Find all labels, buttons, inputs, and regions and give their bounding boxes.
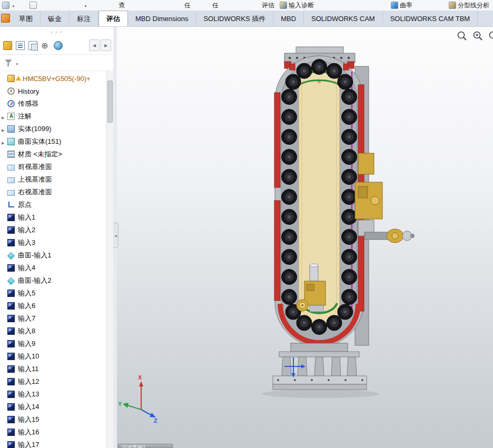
dropdown-caret[interactable]	[83, 1, 88, 10]
tab-solidworks-cam-tbm[interactable]: SOLIDWORKS CAM TBM	[383, 11, 478, 26]
ribbon-button-curvature[interactable]: 曲率	[391, 1, 412, 10]
ribbon-button-evaluate[interactable]: 评估	[262, 1, 274, 10]
ribbon-button-import-diagnostics[interactable]: 输入诊断	[280, 1, 314, 10]
tab-solidworks-cam[interactable]: SOLIDWORKS CAM	[304, 11, 383, 26]
triad-z-label: Z	[154, 417, 157, 424]
scrollbar-thumb[interactable]	[107, 81, 113, 123]
tree-item-imported12[interactable]: 输入12	[0, 375, 107, 388]
zoom-to-area-icon[interactable]	[472, 30, 484, 42]
imported-part-icon	[7, 353, 15, 360]
tree-item-imported16[interactable]: 输入16	[0, 426, 107, 439]
plane-icon	[7, 190, 15, 196]
tree-item-imported1[interactable]: 输入1	[0, 211, 107, 224]
expand-chevron-icon[interactable]	[2, 125, 7, 133]
command-manager-tabbar: 草图 钣金 标注 评估 MBD Dimensions SOLIDWORKS 插件…	[0, 11, 493, 27]
tab-sketch[interactable]: 草图	[12, 11, 41, 26]
tree-item-surface-bodies[interactable]: 曲面实体(151)	[0, 135, 107, 148]
3d-model-canvas[interactable]: X Y Z	[117, 27, 493, 448]
document-tool-icon[interactable]	[29, 1, 37, 10]
warning-icon	[16, 76, 21, 81]
tab-evaluate[interactable]: 评估	[98, 11, 128, 27]
imported-part-icon	[7, 290, 15, 297]
ribbon-button-2[interactable]: 任	[212, 1, 219, 10]
imported-part-icon	[7, 403, 15, 411]
propertymanager-tab-icon[interactable]	[16, 41, 25, 50]
tab-sheet-metal[interactable]: 钣金	[41, 11, 70, 26]
tree-item-imported3[interactable]: 输入3	[0, 236, 107, 249]
expand-chevron-icon[interactable]	[2, 113, 7, 121]
zoom-previous-icon[interactable]	[488, 30, 493, 42]
commandmanager-icon[interactable]	[1, 14, 10, 23]
tree-item-imported13[interactable]: 输入13	[0, 388, 107, 401]
tab-markup[interactable]: 标注	[70, 11, 98, 26]
ribbon-strip: 查 任 任 评估 输入诊断 曲率 分型线分析	[0, 0, 493, 11]
tree-item-imported7[interactable]: 输入7	[0, 312, 107, 325]
filter-dropdown-caret[interactable]	[15, 58, 19, 67]
imported-part-icon	[7, 327, 15, 335]
dimxpertmanager-tab-icon[interactable]	[41, 41, 50, 50]
tree-item-right-plane[interactable]: 右视基准面	[0, 186, 107, 198]
tree-item-imported11[interactable]: 输入11	[0, 363, 107, 375]
tree-item-solid-bodies[interactable]: 实体(1099)	[0, 123, 107, 135]
plane-icon	[7, 165, 15, 171]
expand-chevron-icon[interactable]	[2, 138, 7, 146]
tree-item-material[interactable]: 材质 <未指定>	[0, 148, 107, 161]
imported-part-icon	[7, 378, 15, 385]
panel-splitter-dots[interactable]	[0, 27, 113, 36]
zoom-to-fit-icon[interactable]	[456, 30, 468, 42]
tab-mbd[interactable]: MBD	[273, 11, 304, 26]
scroll-right-button[interactable]	[101, 39, 111, 51]
tree-item-front-plane[interactable]: 前视基准面	[0, 161, 107, 173]
tree-item-imported10[interactable]: 输入10	[0, 350, 107, 363]
plane-icon	[7, 177, 15, 183]
imported-part-icon	[7, 302, 15, 310]
material-icon	[7, 151, 15, 158]
motion-study-tab[interactable]: 运动算例1	[118, 444, 173, 448]
parting-line-analysis-icon	[449, 2, 456, 9]
ribbon-button-1[interactable]: 任	[184, 1, 191, 10]
feature-tree: HMC5BV+G505(-90)+ History 传感器 注解 实体(1099…	[0, 70, 107, 448]
tree-filter-row	[0, 55, 113, 71]
featuremanager-tab-icon[interactable]	[3, 41, 12, 50]
panel-collapse-handle[interactable]	[113, 223, 119, 248]
tree-item-top-plane[interactable]: 上视基准面	[0, 173, 107, 186]
tree-item-imported15[interactable]: 输入15	[0, 413, 107, 426]
origin-icon	[7, 201, 15, 208]
tree-item-imported8[interactable]: 输入8	[0, 325, 107, 337]
tree-item-imported6[interactable]: 输入6	[0, 300, 107, 312]
tree-item-annotations[interactable]: 注解	[0, 110, 107, 123]
graphics-viewport[interactable]: X Y Z 运动算例1	[117, 27, 493, 448]
sketch-tool-icon[interactable]	[2, 1, 16, 10]
scroll-left-button[interactable]	[89, 39, 100, 51]
surface-imported-icon	[7, 252, 15, 260]
imported-part-icon	[7, 365, 15, 373]
tab-mbd-dimensions[interactable]: MBD Dimensions	[128, 11, 196, 26]
tree-item-imported14[interactable]: 输入14	[0, 401, 107, 413]
tree-item-sensors[interactable]: 传感器	[0, 97, 107, 110]
configurationmanager-tab-icon[interactable]	[28, 41, 37, 50]
main-area: HMC5BV+G505(-90)+ History 传感器 注解 实体(1099…	[0, 26, 493, 448]
tree-scrollbar[interactable]	[106, 70, 113, 448]
document-icon	[29, 2, 37, 9]
ribbon-button-check[interactable]: 查	[119, 1, 125, 10]
tree-item-history[interactable]: History	[0, 85, 107, 97]
tree-item-assembly-root[interactable]: HMC5BV+G505(-90)+	[0, 72, 107, 85]
tree-item-surface-imported1[interactable]: 曲面-输入1	[0, 249, 107, 262]
filter-funnel-icon[interactable]	[4, 58, 13, 67]
tree-item-imported5[interactable]: 输入5	[0, 287, 107, 300]
solid-bodies-icon	[7, 125, 15, 133]
surface-bodies-icon	[7, 138, 15, 145]
ribbon-button-parting-line[interactable]: 分型线分析	[449, 1, 489, 10]
sensors-icon	[7, 100, 15, 107]
tree-item-imported9[interactable]: 输入9	[0, 337, 107, 350]
tree-item-imported17[interactable]: 输入17	[0, 439, 107, 448]
displaymanager-tab-icon[interactable]	[54, 41, 63, 50]
sketch-icon	[2, 2, 9, 9]
imported-part-icon	[7, 226, 15, 234]
tree-item-surface-imported2[interactable]: 曲面-输入2	[0, 274, 107, 287]
tree-item-imported2[interactable]: 输入2	[0, 224, 107, 236]
coordinate-triad: X Y Z	[118, 374, 157, 424]
tab-solidworks-addins[interactable]: SOLIDWORKS 插件	[196, 11, 273, 26]
tree-item-origin[interactable]: 原点	[0, 198, 107, 211]
tree-item-imported4[interactable]: 输入4	[0, 262, 107, 274]
